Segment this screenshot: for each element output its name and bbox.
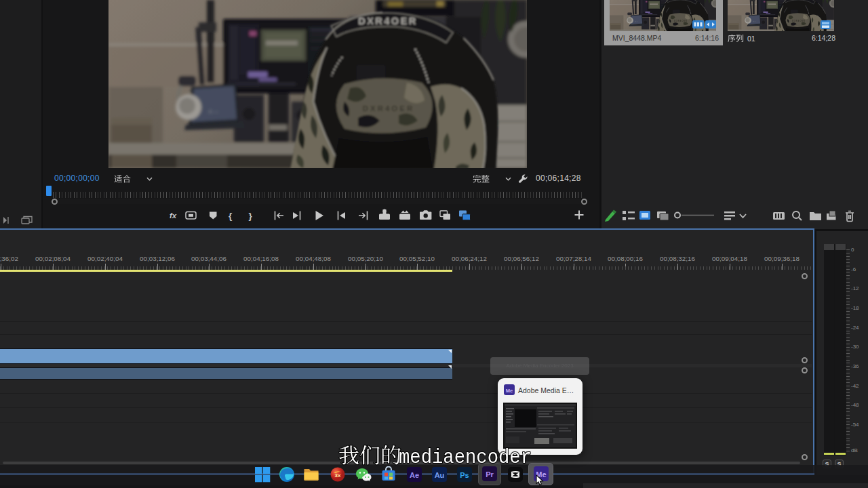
svg-text:}: } bbox=[249, 211, 253, 221]
svg-text:Pr: Pr bbox=[486, 470, 494, 479]
svg-text:fx: fx bbox=[170, 211, 177, 220]
svg-text:Ae: Ae bbox=[410, 471, 419, 479]
svg-text:Au: Au bbox=[435, 471, 445, 479]
svg-text:3x: 3x bbox=[335, 472, 341, 479]
svg-text:Ps: Ps bbox=[460, 471, 469, 479]
svg-text:mediaencoder: mediaencoder bbox=[399, 446, 532, 469]
svg-text:{: { bbox=[229, 211, 232, 221]
svg-text:Me: Me bbox=[506, 388, 513, 394]
